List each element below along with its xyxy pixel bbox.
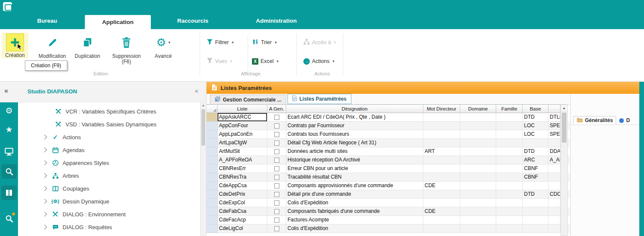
- filtrer-button[interactable]: Filtrer ▾: [207, 38, 234, 47]
- chevron-right-icon[interactable]: [42, 147, 47, 152]
- cell-designation[interactable]: Factures Acompte: [286, 216, 423, 224]
- cell-designation[interactable]: Erreur CBN pour un article: [286, 164, 423, 173]
- cell-partial[interactable]: DDAr: [548, 147, 560, 156]
- cell-partial[interactable]: CDCo: [548, 190, 560, 199]
- settings-gear-icon[interactable]: ⚙: [1, 103, 17, 118]
- cell-domaine[interactable]: [460, 130, 496, 139]
- cell-partial[interactable]: [548, 173, 560, 182]
- cell-agen[interactable]: [267, 156, 286, 164]
- row-indicator[interactable]: [207, 190, 218, 199]
- table-row[interactable]: CdeExpCol Colis d'Expédition: [207, 199, 570, 207]
- tab-administration[interactable]: Administration: [240, 13, 313, 29]
- column-header-famille[interactable]: Famille: [496, 105, 523, 113]
- row-indicator[interactable]: [207, 130, 218, 139]
- cell-mot-directeur[interactable]: [423, 199, 460, 207]
- cell-partial[interactable]: [548, 139, 560, 147]
- tab-listes-parametrees[interactable]: Listes Paramétrées: [288, 94, 351, 104]
- chevron-right-icon[interactable]: [42, 224, 47, 229]
- checkbox[interactable]: [274, 166, 279, 171]
- monitor-icon[interactable]: [1, 144, 17, 159]
- cell-famille[interactable]: [496, 113, 523, 122]
- cell-base[interactable]: DTD: [523, 147, 548, 156]
- cell-liste[interactable]: CdeFacAcp: [218, 216, 267, 224]
- cell-famille[interactable]: [496, 182, 523, 190]
- cell-partial[interactable]: [548, 207, 560, 216]
- cell-liste[interactable]: ArtLpaCfgW: [218, 139, 267, 147]
- tree-item-dialog-environnement[interactable]: DIALOG : Environnement: [18, 208, 200, 221]
- cell-mot-directeur[interactable]: CDE: [423, 182, 460, 190]
- cell-mot-directeur[interactable]: [423, 224, 460, 233]
- cell-designation[interactable]: Détail Cfg Web Article Negoce ( Art 31): [286, 139, 423, 147]
- tab-generalites[interactable]: Généralités: [573, 116, 616, 125]
- row-indicator[interactable]: [207, 147, 218, 156]
- table-row[interactable]: AppConFour Contrats par Fournisseur LOC …: [207, 122, 570, 130]
- column-header-base[interactable]: Base: [523, 105, 548, 113]
- tree-item-actions[interactable]: ✓ Actions: [18, 131, 200, 143]
- cell-partial[interactable]: [548, 164, 560, 173]
- cell-designation[interactable]: Ecart ARC EDI / CdeOA( Prix , Qte , Date…: [286, 113, 423, 122]
- search-icon[interactable]: [1, 164, 17, 179]
- sidebar-scrollbar[interactable]: ▲: [200, 102, 206, 236]
- table-row[interactable]: A_APFoReOA Historique réception OA Archi…: [207, 156, 570, 164]
- cell-partial[interactable]: [548, 216, 560, 224]
- column-header-domaine[interactable]: Domaine: [460, 105, 496, 113]
- acces-a-button[interactable]: Accès à ▾: [303, 38, 336, 47]
- cell-mot-directeur[interactable]: [423, 216, 460, 224]
- cell-partial[interactable]: [548, 182, 560, 190]
- table-row[interactable]: CdeFabCsa Composants fabriqués d'une com…: [207, 207, 570, 216]
- row-indicator[interactable]: [207, 164, 218, 173]
- cell-liste[interactable]: CdeFabCsa: [218, 207, 267, 216]
- cell-agen[interactable]: [267, 139, 286, 147]
- chevron-right-icon[interactable]: [42, 173, 47, 178]
- cell-mot-directeur[interactable]: CDE: [423, 207, 460, 216]
- cell-liste[interactable]: CdeLigCol: [218, 224, 267, 233]
- cell-domaine[interactable]: [460, 156, 496, 164]
- cell-famille[interactable]: [496, 199, 523, 207]
- column-header-mot-directeur[interactable]: Mot Directeur: [423, 105, 460, 113]
- cell-domaine[interactable]: [460, 199, 496, 207]
- cell-agen[interactable]: [267, 190, 286, 199]
- favorites-star-icon[interactable]: ★: [1, 122, 17, 137]
- cell-famille[interactable]: [496, 122, 523, 130]
- cell-famille[interactable]: [496, 190, 523, 199]
- table-row[interactable]: CBNResErr Erreur CBN pour un article CBN…: [207, 164, 570, 173]
- table-row[interactable]: ArtLpaCfgW Détail Cfg Web Article Negoce…: [207, 139, 570, 147]
- table-row[interactable]: AppAskARCC Ecart ARC EDI / CdeOA( Prix ,…: [207, 113, 570, 122]
- cell-domaine[interactable]: [460, 139, 496, 147]
- cell-base[interactable]: DTD: [523, 113, 548, 122]
- row-indicator[interactable]: [207, 216, 218, 224]
- checkbox[interactable]: [274, 149, 279, 154]
- cell-mot-directeur[interactable]: ART: [423, 147, 460, 156]
- tree-item-vcr[interactable]: VCR : Variables Spécifiques Critères: [18, 105, 200, 118]
- cell-mot-directeur[interactable]: [423, 156, 460, 164]
- tab-d-partial[interactable]: D: [616, 116, 633, 125]
- columns-icon[interactable]: [1, 185, 17, 200]
- column-header-liste[interactable]: Liste: [218, 105, 267, 113]
- checkbox[interactable]: [274, 200, 279, 206]
- creation-button[interactable]: Création: [2, 33, 28, 58]
- cell-domaine[interactable]: [460, 190, 496, 199]
- cell-mot-directeur[interactable]: [423, 164, 460, 173]
- cell-designation[interactable]: Composants approvisionnés d'une commande: [286, 182, 423, 190]
- suppression-button[interactable]: Suppression (F6): [107, 33, 146, 65]
- chevron-right-icon[interactable]: [42, 212, 47, 216]
- cell-partial[interactable]: SPEA: [548, 130, 560, 139]
- cell-agen[interactable]: [267, 173, 286, 182]
- checkbox[interactable]: [274, 158, 279, 163]
- cell-liste[interactable]: CBNResErr: [218, 164, 267, 173]
- table-row[interactable]: CdeAppCsa Composants approvisionnés d'un…: [207, 182, 570, 190]
- cell-famille[interactable]: [496, 207, 523, 216]
- checkbox[interactable]: [274, 183, 279, 188]
- tree-item-vsd[interactable]: VSD : Variables Saisies Dynamiques: [18, 118, 200, 131]
- cell-base[interactable]: [523, 139, 548, 147]
- cell-domaine[interactable]: [460, 164, 496, 173]
- tree-item-couplages[interactable]: Couplages: [18, 182, 200, 195]
- cell-designation[interactable]: Tracabilité résultat CBN: [286, 173, 423, 182]
- chevron-right-icon[interactable]: [42, 160, 47, 165]
- cell-domaine[interactable]: [460, 182, 496, 190]
- cell-agen[interactable]: [267, 164, 286, 173]
- cell-designation[interactable]: Historique réception OA Archivé: [286, 156, 423, 164]
- avance-button[interactable]: ⚙ ▾ Avancé: [149, 33, 177, 59]
- cell-domaine[interactable]: [460, 122, 496, 130]
- cell-domaine[interactable]: [460, 224, 496, 233]
